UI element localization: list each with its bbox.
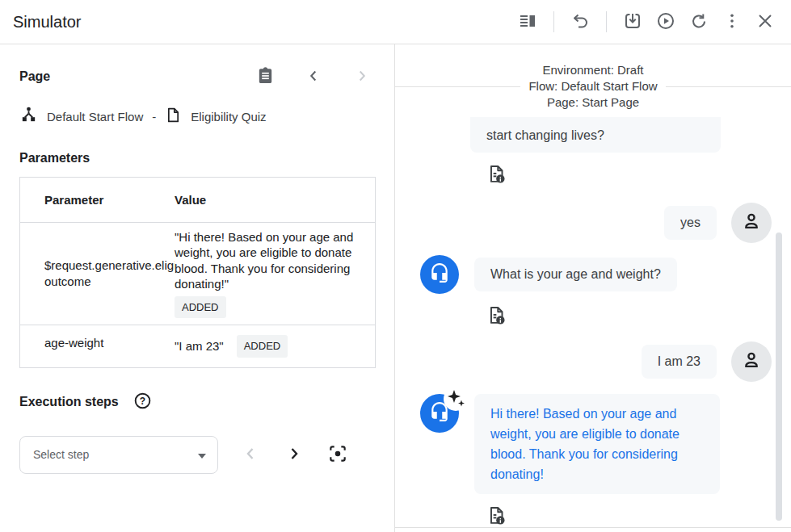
response-info-button[interactable]: [486, 164, 507, 185]
response-info-button[interactable]: [486, 505, 507, 526]
inspection-panel: Page: [0, 44, 395, 532]
toolbar-divider: [606, 11, 607, 32]
download-icon: [623, 11, 642, 33]
parameter-name: age-weight: [20, 325, 175, 367]
user-message-row: I am 23: [395, 341, 791, 382]
play-icon: [656, 11, 675, 33]
topbar: Simulator: [0, 0, 791, 44]
chevron-down-icon: [198, 447, 206, 462]
user-message-row: yes: [395, 203, 791, 243]
column-header-value: Value: [175, 178, 375, 222]
previous-page-button[interactable]: [301, 64, 326, 90]
breadcrumb-separator: -: [152, 110, 156, 124]
divider: [666, 86, 791, 87]
headset-icon: [429, 262, 450, 287]
chevron-right-icon: [353, 67, 371, 87]
select-step-label: Select step: [20, 448, 198, 461]
previous-step-button[interactable]: [238, 442, 263, 467]
agent-message-clipped: start changing lives?: [470, 117, 721, 153]
close-button[interactable]: [752, 9, 778, 35]
breadcrumb: Default Start Flow - Eligibility Quiz: [19, 106, 375, 127]
parameter-value: "I am 23" ADDED: [175, 325, 375, 367]
restart-button[interactable]: [686, 9, 712, 35]
agent-message-bubble: What is your age and weight?: [474, 258, 677, 291]
chevron-left-icon: [305, 67, 322, 87]
execution-steps-help-button[interactable]: ?: [130, 389, 156, 415]
undo-button[interactable]: [567, 9, 593, 35]
parameters-table-header: Parameter Value: [20, 178, 375, 222]
chat-transcript: start changing lives? yes: [395, 117, 791, 526]
save-conversation-button[interactable]: [620, 9, 646, 35]
scrollbar[interactable]: [776, 232, 782, 521]
next-page-button[interactable]: [349, 64, 375, 90]
parameter-value: "Hi there! Based on your age and weight,…: [175, 223, 375, 325]
table-row: $request.generative.eligi outcome "Hi th…: [20, 222, 375, 325]
center-focus-icon: [327, 443, 348, 467]
page-title: Simulator: [13, 13, 81, 31]
more-vert-icon: [722, 11, 742, 33]
parameters-heading: Parameters: [19, 151, 375, 165]
conversation-panel: Environment: Draft Flow: Default Start F…: [395, 44, 791, 532]
context-page: Page: Start Page: [528, 94, 657, 111]
avatar: [731, 341, 772, 382]
context-environment: Environment: Draft: [528, 62, 657, 78]
next-step-button[interactable]: [281, 442, 307, 467]
select-step-dropdown[interactable]: Select step: [19, 436, 218, 474]
focus-step-button[interactable]: [325, 442, 351, 467]
sparkle-icon: [444, 387, 468, 411]
undo-icon: [570, 11, 590, 33]
flow-name: Default Start Flow: [47, 110, 143, 124]
more-options-button[interactable]: [719, 9, 745, 35]
chevron-right-icon: [284, 444, 304, 466]
view-sidebar-icon: [518, 11, 537, 33]
play-button[interactable]: [653, 9, 679, 35]
column-header-parameter: Parameter: [20, 178, 175, 222]
clipboard-icon: [256, 66, 275, 87]
close-icon: [755, 11, 775, 33]
agent-message-row: What is your age and weight?: [395, 255, 791, 294]
avatar: [731, 203, 772, 243]
response-info-button[interactable]: [486, 305, 507, 326]
toolbar-divider: [553, 11, 554, 32]
divider: [395, 86, 520, 87]
agent-message-row-generative: Hi there! Based on your age and weight, …: [395, 394, 791, 494]
svg-text:?: ?: [140, 395, 145, 406]
page-section-heading: Page: [19, 69, 252, 84]
page-name: Eligibility Quiz: [191, 110, 266, 124]
table-row: age-weight "I am 23" ADDED: [20, 325, 375, 367]
view-sidebar-button[interactable]: [515, 9, 541, 35]
topbar-actions: [515, 9, 778, 35]
parameters-table: Parameter Value $request.generative.elig…: [19, 177, 376, 368]
user-message-bubble: yes: [664, 206, 717, 240]
person-icon: [741, 350, 762, 374]
help-icon: ?: [133, 392, 152, 413]
context-flow: Flow: Default Start Flow: [528, 78, 657, 94]
copy-page-button[interactable]: [252, 64, 278, 90]
status-badge: ADDED: [175, 296, 226, 319]
refresh-icon: [689, 11, 709, 33]
flow-icon: [19, 106, 38, 127]
agent-message-bubble-generative: Hi there! Based on your age and weight, …: [474, 394, 720, 494]
parameter-name: $request.generative.eligi outcome: [20, 223, 175, 325]
avatar: [420, 255, 459, 294]
execution-steps-heading: Execution steps: [19, 395, 119, 409]
chevron-left-icon: [241, 444, 260, 466]
page-icon: [165, 107, 182, 126]
divider: [395, 527, 791, 528]
status-badge: ADDED: [237, 335, 288, 358]
agent-message-bubble: start changing lives?: [470, 117, 721, 153]
conversation-context: Environment: Draft Flow: Default Start F…: [395, 62, 791, 111]
person-icon: [741, 211, 762, 235]
user-message-bubble: I am 23: [642, 345, 717, 379]
simulator-window: Simulator: [0, 0, 791, 532]
avatar: [420, 394, 459, 433]
